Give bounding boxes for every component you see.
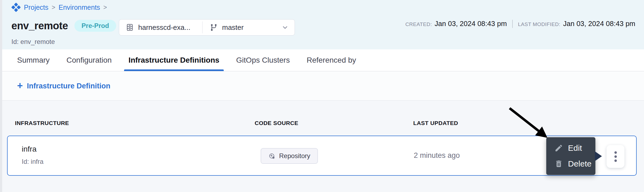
tab-label: Referenced by bbox=[307, 56, 356, 65]
entity-id: Id: env_remote bbox=[11, 38, 55, 46]
branch-selector[interactable]: master bbox=[203, 23, 295, 32]
infrastructure-id: Id: infra bbox=[22, 158, 43, 165]
more-vertical-icon bbox=[614, 155, 617, 158]
menu-caret bbox=[595, 151, 602, 161]
page-title: env_remote bbox=[11, 20, 68, 32]
code-source-chip: Repository bbox=[261, 148, 318, 164]
env-type-badge: Pre-Prod bbox=[74, 20, 116, 32]
infrastructure-name: infra bbox=[22, 145, 36, 153]
last-modified-label: LAST MODIFIED: bbox=[518, 21, 560, 27]
trash-icon bbox=[554, 159, 563, 168]
menu-item-edit-label: Edit bbox=[568, 143, 582, 153]
more-vertical-icon bbox=[614, 151, 617, 154]
row-more-options-button[interactable] bbox=[607, 145, 624, 168]
remote-repository-icon bbox=[268, 152, 276, 160]
branch-name: master bbox=[222, 23, 244, 32]
table-row-infra[interactable]: infra Id: infra Repository bbox=[7, 136, 637, 176]
tab-label: Summary bbox=[17, 56, 50, 65]
created-value: Jan 03, 2024 08:43 pm bbox=[435, 20, 507, 28]
tab-gitops-clusters[interactable]: GitOps Clusters bbox=[236, 49, 290, 71]
more-vertical-icon bbox=[614, 159, 617, 162]
row-context-menu: Edit Delete bbox=[546, 137, 595, 175]
column-header-last-updated: LAST UPDATED bbox=[413, 120, 458, 126]
active-tab-underline bbox=[124, 69, 223, 71]
environment-details-page: Projects > Environments > env_remote Pre… bbox=[0, 0, 644, 192]
breadcrumb-separator: > bbox=[103, 4, 107, 11]
breadcrumb-environments[interactable]: Environments bbox=[59, 4, 100, 11]
tab-label: Infrastructure Definitions bbox=[128, 56, 219, 65]
last-updated-value: 2 minutes ago bbox=[414, 151, 460, 160]
code-source-value: Repository bbox=[279, 152, 310, 160]
menu-item-delete-label: Delete bbox=[568, 159, 592, 168]
plus-icon: + bbox=[17, 81, 23, 90]
tab-configuration[interactable]: Configuration bbox=[67, 49, 112, 71]
pencil-icon bbox=[554, 144, 563, 152]
breadcrumb-projects[interactable]: Projects bbox=[24, 4, 48, 11]
chevron-down-icon bbox=[282, 24, 289, 31]
repository-name: harnesscd-exa... bbox=[138, 23, 190, 32]
add-infrastructure-definition-label: Infrastructure Definition bbox=[27, 82, 111, 90]
toolbar-section: + Infrastructure Definition bbox=[2, 71, 644, 101]
git-details-selector: harnesscd-exa... master bbox=[119, 19, 295, 36]
git-branch-icon bbox=[210, 23, 218, 31]
projects-icon bbox=[11, 3, 21, 12]
last-modified-value: Jan 03, 2024 08:43 pm bbox=[563, 20, 635, 28]
column-header-infrastructure: INFRASTRUCTURE bbox=[15, 120, 69, 126]
add-infrastructure-definition-button[interactable]: + Infrastructure Definition bbox=[17, 81, 111, 90]
breadcrumb-separator: > bbox=[52, 4, 55, 11]
title-row: env_remote Pre-Prod bbox=[11, 17, 116, 35]
menu-item-edit[interactable]: Edit bbox=[546, 140, 595, 156]
repository-icon bbox=[126, 23, 134, 31]
timestamps: CREATED: Jan 03, 2024 08:43 pm LAST MODI… bbox=[405, 20, 635, 28]
tab-referenced-by[interactable]: Referenced by bbox=[307, 49, 356, 71]
divider bbox=[512, 20, 513, 28]
column-header-code-source: CODE SOURCE bbox=[255, 120, 298, 126]
tab-label: Configuration bbox=[67, 56, 112, 65]
page-header: Projects > Environments > env_remote Pre… bbox=[2, 0, 644, 49]
created-label: CREATED: bbox=[405, 21, 432, 27]
tab-summary[interactable]: Summary bbox=[17, 49, 50, 71]
created-at: CREATED: Jan 03, 2024 08:43 pm bbox=[405, 20, 507, 28]
tab-bar: Summary Configuration Infrastructure Def… bbox=[2, 49, 644, 71]
breadcrumb: Projects > Environments > bbox=[11, 3, 107, 12]
repository-selector[interactable]: harnesscd-exa... bbox=[119, 23, 202, 32]
left-gutter bbox=[0, 0, 2, 192]
menu-item-delete[interactable]: Delete bbox=[546, 156, 595, 172]
tab-label: GitOps Clusters bbox=[236, 56, 290, 65]
last-modified-at: LAST MODIFIED: Jan 03, 2024 08:43 pm bbox=[518, 20, 635, 28]
tab-infrastructure-definitions[interactable]: Infrastructure Definitions bbox=[128, 49, 219, 71]
